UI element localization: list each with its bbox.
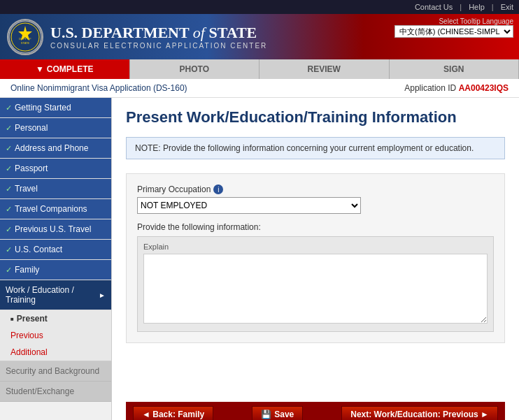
sidebar-sub-item-previous[interactable]: Previous <box>0 327 111 344</box>
check-icon: ✓ <box>6 225 12 234</box>
provide-text: Provide the following information: <box>137 222 494 232</box>
sidebar-item-travel[interactable]: ✓ Travel <box>0 179 111 199</box>
sub-title: CONSULAR ELECTRONIC APPLICATION CENTER <box>50 42 267 50</box>
sidebar-sub-item-additional[interactable]: Additional <box>0 344 111 361</box>
tab-photo[interactable]: PHOTO <box>130 59 260 79</box>
content-area: Present Work/Education/Training Informat… <box>112 98 519 420</box>
sidebar-item-passport[interactable]: ✓ Passport <box>0 159 111 179</box>
sidebar-item-family[interactable]: ✓ Family <box>0 260 111 280</box>
top-bar: Contact Us | Help | Exit <box>0 0 519 14</box>
sidebar-item-address-phone[interactable]: ✓ Address and Phone <box>0 138 111 159</box>
sidebar-item-getting-started[interactable]: ✓ Getting Started <box>0 98 111 118</box>
help-link[interactable]: Help <box>469 3 485 11</box>
contact-us-link[interactable]: Contact Us <box>415 3 453 11</box>
check-icon: ✓ <box>6 144 12 153</box>
check-icon: ✓ <box>6 266 12 275</box>
explain-label: Explain <box>143 242 488 251</box>
breadcrumb: Online Nonimmigrant Visa Application (DS… <box>0 79 519 98</box>
tab-review[interactable]: REVIEW <box>260 59 390 79</box>
back-button[interactable]: ◄ Back: Family <box>133 406 213 420</box>
language-selector-area: Select Tooltip Language 中文(简体) (CHINESE-… <box>394 17 513 38</box>
occupation-select[interactable]: NOT EMPLOYED EMPLOYED SELF EMPLOYED RETI… <box>137 197 361 214</box>
occupation-field-group: Primary Occupation i NOT EMPLOYED EMPLOY… <box>137 184 494 214</box>
form-section: Primary Occupation i NOT EMPLOYED EMPLOY… <box>126 173 505 343</box>
check-icon: ✓ <box>6 103 12 113</box>
exit-link[interactable]: Exit <box>501 3 513 11</box>
tab-sign[interactable]: SIGN <box>390 59 520 79</box>
info-icon[interactable]: i <box>213 184 223 194</box>
save-icon: 💾 <box>261 410 271 419</box>
check-icon: ✓ <box>6 164 12 173</box>
page-title: Present Work/Education/Training Informat… <box>126 108 505 126</box>
lang-label: Select Tooltip Language <box>394 17 513 25</box>
tab-complete[interactable]: ▼ COMPLETE <box>0 59 130 79</box>
bottom-nav: ◄ Back: Family 💾 Save Next: Work/Educati… <box>126 402 505 420</box>
svg-text:STATE: STATE <box>21 41 30 45</box>
sidebar-item-previous-us-travel[interactable]: ✓ Previous U.S. Travel <box>0 219 111 240</box>
breadcrumb-title: Online Nonimmigrant Visa Application (DS… <box>10 83 187 93</box>
sidebar: ✓ Getting Started ✓ Personal ✓ Address a… <box>0 98 112 420</box>
header: U.S. DEPT OF STATE U.S. DEPARTMENT of ST… <box>0 14 519 59</box>
sidebar-sub-item-present[interactable]: Present <box>0 310 111 327</box>
sidebar-item-personal[interactable]: ✓ Personal <box>0 118 111 138</box>
sidebar-item-travel-companions[interactable]: ✓ Travel Companions <box>0 199 111 219</box>
language-select[interactable]: 中文(简体) (CHINESE-SIMPLIFIED <box>394 25 513 38</box>
dept-name: U.S. DEPARTMENT of STATE <box>50 24 267 42</box>
sidebar-item-us-contact[interactable]: ✓ U.S. Contact <box>0 240 111 260</box>
svg-text:DEPT OF: DEPT OF <box>19 37 31 41</box>
explain-box: Explain <box>137 236 494 332</box>
occupation-label: Primary Occupation i <box>137 184 494 194</box>
main-layout: ✓ Getting Started ✓ Personal ✓ Address a… <box>0 98 519 420</box>
arrow-icon: ► <box>99 291 106 299</box>
seal-logo: U.S. DEPT OF STATE <box>7 19 43 55</box>
check-icon: ✓ <box>6 205 12 214</box>
save-button[interactable]: 💾 Save <box>252 406 303 420</box>
nav-tabs: ▼ COMPLETE PHOTO REVIEW SIGN <box>0 59 519 79</box>
sidebar-item-security-background: Security and Background <box>0 361 111 382</box>
header-text: U.S. DEPARTMENT of STATE CONSULAR ELECTR… <box>50 24 267 50</box>
check-icon: ✓ <box>6 124 12 133</box>
check-icon: ✓ <box>6 184 12 194</box>
sidebar-sub-items: Present Previous Additional <box>0 310 111 361</box>
check-icon: ✓ <box>6 245 12 254</box>
sidebar-item-student-exchange: Student/Exchange <box>0 382 111 402</box>
note-box: NOTE: Provide the following information … <box>126 137 505 159</box>
next-button[interactable]: Next: Work/Education: Previous ► <box>341 406 498 420</box>
breadcrumb-app-id: Application ID AA00423IQS <box>404 83 509 93</box>
sidebar-item-work-education[interactable]: Work / Education / Training ► <box>0 280 111 310</box>
explain-textarea[interactable] <box>143 254 488 324</box>
